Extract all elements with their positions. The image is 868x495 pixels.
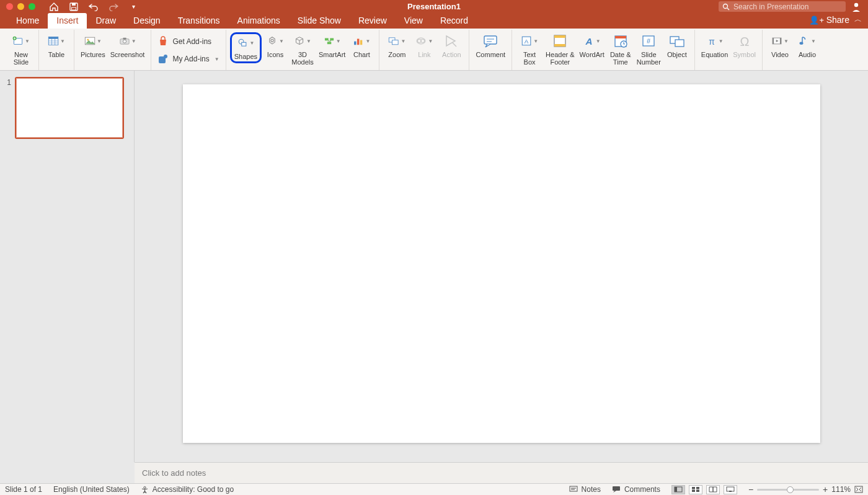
- status-comments-button[interactable]: Comments: [612, 485, 660, 494]
- undo-icon[interactable]: [89, 2, 99, 12]
- slide-number-button[interactable]: # Slide Number: [634, 32, 663, 66]
- svg-rect-42: [554, 44, 565, 47]
- addins-icon: [157, 53, 169, 65]
- header-footer-button[interactable]: Header & Footer: [543, 32, 577, 66]
- new-slide-button[interactable]: ▼ New Slide: [7, 32, 35, 66]
- save-icon[interactable]: [69, 2, 79, 12]
- close-window[interactable]: [6, 3, 13, 10]
- fit-to-window-button[interactable]: [854, 486, 863, 493]
- reading-view-button[interactable]: [706, 485, 720, 494]
- get-addins-button[interactable]: Get Add-ins: [155, 35, 221, 48]
- 3d-models-button[interactable]: ▼ 3D Models: [289, 32, 316, 66]
- equation-button[interactable]: π▼ Equation: [699, 32, 730, 58]
- redo-icon[interactable]: [108, 2, 118, 12]
- svg-rect-66: [692, 490, 695, 493]
- svg-rect-17: [123, 38, 126, 40]
- slide-thumbnail-1[interactable]: [15, 77, 124, 139]
- svg-point-23: [271, 39, 273, 42]
- svg-rect-61: [613, 486, 620, 491]
- notes-placeholder: Click to add notes: [142, 468, 206, 478]
- svg-rect-24: [325, 38, 329, 40]
- svg-rect-41: [554, 35, 565, 38]
- shapes-button[interactable]: ▼ Shapes: [230, 32, 262, 63]
- slide-thumbnails-panel[interactable]: 1: [0, 71, 135, 462]
- pictures-button[interactable]: ▼ Pictures: [78, 32, 108, 58]
- svg-line-4: [727, 8, 729, 10]
- svg-rect-63: [675, 487, 677, 492]
- zoom-button[interactable]: ▼ Zoom: [383, 32, 410, 58]
- svg-rect-58: [570, 486, 577, 491]
- tab-slideshow[interactable]: Slide Show: [289, 13, 350, 29]
- status-slide-count[interactable]: Slide 1 of 1: [5, 485, 42, 494]
- svg-rect-29: [360, 40, 362, 45]
- object-button[interactable]: Object: [663, 32, 691, 58]
- notes-pane[interactable]: Click to add notes: [135, 462, 868, 483]
- status-bar: Slide 1 of 1 English (United States) Acc…: [0, 483, 868, 495]
- ribbon-tabs: Home Insert Draw Design Transitions Anim…: [0, 13, 868, 29]
- textbox-button[interactable]: A▼ Text Box: [516, 32, 543, 66]
- home-icon[interactable]: [49, 2, 59, 12]
- zoom-value[interactable]: 111%: [831, 485, 851, 494]
- tab-insert[interactable]: Insert: [48, 13, 87, 29]
- svg-point-18: [123, 40, 126, 43]
- tab-review[interactable]: Review: [350, 13, 396, 29]
- wordart-button[interactable]: A▼ WordArt: [577, 32, 607, 58]
- svg-rect-45: [615, 36, 626, 38]
- view-buttons: [671, 485, 737, 494]
- normal-view-button[interactable]: [671, 485, 685, 494]
- svg-point-5: [854, 2, 858, 6]
- svg-rect-2: [72, 7, 76, 10]
- svg-rect-64: [692, 487, 695, 489]
- qat-more-icon[interactable]: ▾: [128, 2, 138, 12]
- tab-record[interactable]: Record: [432, 13, 477, 29]
- zoom-in-button[interactable]: +: [823, 484, 828, 494]
- svg-point-34: [421, 39, 425, 43]
- comments-icon: [612, 486, 621, 493]
- svg-text:A: A: [585, 36, 592, 47]
- svg-rect-31: [392, 40, 399, 45]
- svg-rect-67: [696, 490, 699, 493]
- zoom-slider[interactable]: [757, 489, 819, 491]
- search-placeholder: Search in Presentation: [733, 2, 808, 11]
- svg-rect-1: [72, 3, 76, 6]
- minimize-window[interactable]: [17, 3, 24, 10]
- tab-home[interactable]: Home: [7, 13, 48, 29]
- accessibility-icon: [141, 486, 149, 494]
- status-language[interactable]: English (United States): [53, 485, 130, 494]
- tab-design[interactable]: Design: [125, 13, 169, 29]
- slide-canvas-area[interactable]: [135, 71, 868, 462]
- status-accessibility[interactable]: Accessibility: Good to go: [141, 485, 234, 494]
- svg-point-3: [724, 4, 728, 8]
- svg-point-33: [418, 39, 422, 43]
- svg-rect-28: [357, 39, 359, 45]
- tab-draw[interactable]: Draw: [87, 13, 125, 29]
- icons-button[interactable]: ▼ Icons: [262, 32, 289, 58]
- collapse-ribbon-icon[interactable]: ︿: [854, 14, 862, 25]
- tab-transitions[interactable]: Transitions: [169, 13, 229, 29]
- tab-view[interactable]: View: [396, 13, 432, 29]
- zoom-out-button[interactable]: −: [748, 484, 753, 494]
- titlebar: ▾ Presentation1 Search in Presentation: [0, 0, 868, 13]
- sorter-view-button[interactable]: [689, 485, 702, 494]
- status-notes-button[interactable]: Notes: [569, 485, 601, 494]
- audio-button[interactable]: ▼ Audio: [794, 32, 821, 58]
- svg-rect-65: [696, 487, 699, 489]
- tab-animations[interactable]: Animations: [229, 13, 289, 29]
- search-input[interactable]: Search in Presentation: [719, 1, 846, 12]
- my-addins-button[interactable]: My Add-ins▼: [155, 52, 221, 66]
- ribbon: ▼ New Slide ▼ Table ▼ Pictures ▼: [0, 29, 868, 71]
- chart-button[interactable]: ▼ Chart: [348, 32, 375, 58]
- comment-button[interactable]: Comment: [473, 32, 508, 58]
- smartart-button[interactable]: ▼ SmartArt: [316, 32, 348, 58]
- date-time-button[interactable]: Date & Time: [607, 32, 634, 66]
- screenshot-button[interactable]: ▼ Screenshot: [108, 32, 148, 58]
- video-button[interactable]: ▼ Video: [766, 32, 794, 58]
- user-avatar-icon[interactable]: [851, 1, 862, 12]
- maximize-window[interactable]: [29, 3, 35, 10]
- slideshow-view-button[interactable]: [724, 485, 737, 494]
- svg-rect-70: [855, 486, 862, 493]
- slide[interactable]: [183, 84, 820, 443]
- svg-rect-55: [780, 38, 781, 44]
- table-button[interactable]: ▼ Table: [43, 32, 70, 58]
- share-button[interactable]: 👤+ Share: [809, 15, 849, 25]
